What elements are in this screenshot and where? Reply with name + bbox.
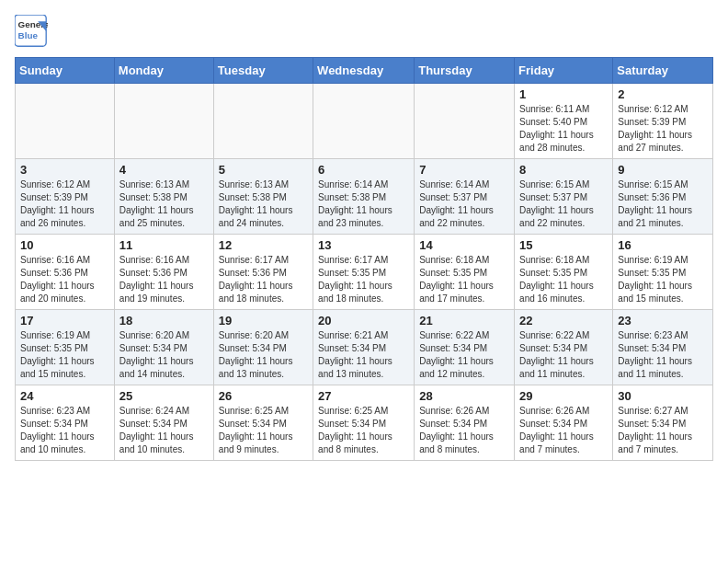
day-cell: 25Sunrise: 6:24 AM Sunset: 5:34 PM Dayli… <box>114 385 213 461</box>
calendar-header-row: SundayMondayTuesdayWednesdayThursdayFrid… <box>16 58 713 84</box>
day-cell: 15Sunrise: 6:18 AM Sunset: 5:35 PM Dayli… <box>515 235 613 310</box>
day-number: 12 <box>219 238 308 252</box>
day-cell: 18Sunrise: 6:20 AM Sunset: 5:34 PM Dayli… <box>114 310 213 385</box>
day-cell: 11Sunrise: 6:16 AM Sunset: 5:36 PM Dayli… <box>114 235 213 310</box>
day-info: Sunrise: 6:24 AM Sunset: 5:34 PM Dayligh… <box>119 405 209 456</box>
day-number: 29 <box>519 389 608 403</box>
header-tuesday: Tuesday <box>213 58 313 84</box>
day-info: Sunrise: 6:15 AM Sunset: 5:36 PM Dayligh… <box>618 178 708 230</box>
day-cell: 6Sunrise: 6:14 AM Sunset: 5:38 PM Daylig… <box>313 159 415 235</box>
day-number: 9 <box>618 163 708 177</box>
week-row-0: 1Sunrise: 6:11 AM Sunset: 5:40 PM Daylig… <box>16 84 713 159</box>
day-number: 20 <box>318 314 409 327</box>
header-sunday: Sunday <box>16 58 115 84</box>
day-info: Sunrise: 6:23 AM Sunset: 5:34 PM Dayligh… <box>20 405 109 456</box>
day-info: Sunrise: 6:20 AM Sunset: 5:34 PM Dayligh… <box>119 329 209 381</box>
header-friday: Friday <box>515 58 613 84</box>
calendar-table: SundayMondayTuesdayWednesdayThursdayFrid… <box>15 57 713 461</box>
day-info: Sunrise: 6:22 AM Sunset: 5:34 PM Dayligh… <box>419 329 509 381</box>
day-info: Sunrise: 6:14 AM Sunset: 5:37 PM Dayligh… <box>419 178 509 230</box>
svg-text:Blue: Blue <box>18 30 39 40</box>
day-cell: 14Sunrise: 6:18 AM Sunset: 5:35 PM Dayli… <box>415 235 515 310</box>
day-info: Sunrise: 6:20 AM Sunset: 5:34 PM Dayligh… <box>219 329 308 381</box>
day-cell: 13Sunrise: 6:17 AM Sunset: 5:35 PM Dayli… <box>313 235 415 310</box>
day-number: 8 <box>519 163 608 177</box>
day-info: Sunrise: 6:13 AM Sunset: 5:38 PM Dayligh… <box>219 178 308 230</box>
day-info: Sunrise: 6:16 AM Sunset: 5:36 PM Dayligh… <box>20 254 109 305</box>
day-number: 1 <box>519 87 608 101</box>
day-cell: 20Sunrise: 6:21 AM Sunset: 5:34 PM Dayli… <box>313 310 415 385</box>
day-info: Sunrise: 6:16 AM Sunset: 5:36 PM Dayligh… <box>119 254 209 305</box>
header: General Blue <box>15 15 713 48</box>
day-info: Sunrise: 6:21 AM Sunset: 5:34 PM Dayligh… <box>318 329 409 381</box>
week-row-2: 10Sunrise: 6:16 AM Sunset: 5:36 PM Dayli… <box>16 235 713 310</box>
day-cell <box>313 84 415 159</box>
day-info: Sunrise: 6:23 AM Sunset: 5:34 PM Dayligh… <box>618 329 708 381</box>
day-number: 19 <box>219 314 308 327</box>
day-number: 11 <box>119 238 209 252</box>
day-info: Sunrise: 6:12 AM Sunset: 5:39 PM Dayligh… <box>618 103 708 155</box>
day-cell: 28Sunrise: 6:26 AM Sunset: 5:34 PM Dayli… <box>415 385 515 461</box>
day-info: Sunrise: 6:17 AM Sunset: 5:36 PM Dayligh… <box>219 254 308 305</box>
day-number: 2 <box>618 87 708 101</box>
day-cell: 27Sunrise: 6:25 AM Sunset: 5:34 PM Dayli… <box>313 385 415 461</box>
day-number: 25 <box>119 389 209 403</box>
header-wednesday: Wednesday <box>313 58 415 84</box>
header-saturday: Saturday <box>613 58 713 84</box>
week-row-4: 24Sunrise: 6:23 AM Sunset: 5:34 PM Dayli… <box>16 385 713 461</box>
day-cell: 24Sunrise: 6:23 AM Sunset: 5:34 PM Dayli… <box>16 385 115 461</box>
day-number: 30 <box>618 389 708 403</box>
day-cell: 30Sunrise: 6:27 AM Sunset: 5:34 PM Dayli… <box>613 385 713 461</box>
day-cell: 23Sunrise: 6:23 AM Sunset: 5:34 PM Dayli… <box>613 310 713 385</box>
day-info: Sunrise: 6:26 AM Sunset: 5:34 PM Dayligh… <box>419 405 509 456</box>
day-cell: 22Sunrise: 6:22 AM Sunset: 5:34 PM Dayli… <box>515 310 613 385</box>
day-info: Sunrise: 6:25 AM Sunset: 5:34 PM Dayligh… <box>219 405 308 456</box>
day-cell: 17Sunrise: 6:19 AM Sunset: 5:35 PM Dayli… <box>16 310 115 385</box>
day-cell: 3Sunrise: 6:12 AM Sunset: 5:39 PM Daylig… <box>16 159 115 235</box>
day-number: 14 <box>419 238 509 252</box>
day-cell <box>213 84 313 159</box>
logo: General Blue <box>15 15 48 48</box>
day-cell: 5Sunrise: 6:13 AM Sunset: 5:38 PM Daylig… <box>213 159 313 235</box>
day-number: 13 <box>318 238 409 252</box>
day-info: Sunrise: 6:15 AM Sunset: 5:37 PM Dayligh… <box>519 178 608 230</box>
day-info: Sunrise: 6:26 AM Sunset: 5:34 PM Dayligh… <box>519 405 608 456</box>
header-monday: Monday <box>114 58 213 84</box>
day-info: Sunrise: 6:19 AM Sunset: 5:35 PM Dayligh… <box>618 254 708 305</box>
day-number: 28 <box>419 389 509 403</box>
day-number: 16 <box>618 238 708 252</box>
day-cell: 21Sunrise: 6:22 AM Sunset: 5:34 PM Dayli… <box>415 310 515 385</box>
day-cell: 10Sunrise: 6:16 AM Sunset: 5:36 PM Dayli… <box>16 235 115 310</box>
day-cell: 4Sunrise: 6:13 AM Sunset: 5:38 PM Daylig… <box>114 159 213 235</box>
day-number: 17 <box>20 314 109 327</box>
day-cell <box>114 84 213 159</box>
week-row-3: 17Sunrise: 6:19 AM Sunset: 5:35 PM Dayli… <box>16 310 713 385</box>
day-info: Sunrise: 6:27 AM Sunset: 5:34 PM Dayligh… <box>618 405 708 456</box>
day-number: 21 <box>419 314 509 327</box>
day-info: Sunrise: 6:14 AM Sunset: 5:38 PM Dayligh… <box>318 178 409 230</box>
logo-icon: General Blue <box>15 15 48 48</box>
header-thursday: Thursday <box>415 58 515 84</box>
day-number: 10 <box>20 238 109 252</box>
day-number: 24 <box>20 389 109 403</box>
day-number: 26 <box>219 389 308 403</box>
day-info: Sunrise: 6:13 AM Sunset: 5:38 PM Dayligh… <box>119 178 209 230</box>
day-number: 6 <box>318 163 409 177</box>
day-cell: 2Sunrise: 6:12 AM Sunset: 5:39 PM Daylig… <box>613 84 713 159</box>
day-cell: 16Sunrise: 6:19 AM Sunset: 5:35 PM Dayli… <box>613 235 713 310</box>
day-info: Sunrise: 6:19 AM Sunset: 5:35 PM Dayligh… <box>20 329 109 381</box>
day-number: 5 <box>219 163 308 177</box>
day-cell: 19Sunrise: 6:20 AM Sunset: 5:34 PM Dayli… <box>213 310 313 385</box>
day-cell: 9Sunrise: 6:15 AM Sunset: 5:36 PM Daylig… <box>613 159 713 235</box>
day-cell: 29Sunrise: 6:26 AM Sunset: 5:34 PM Dayli… <box>515 385 613 461</box>
day-cell: 7Sunrise: 6:14 AM Sunset: 5:37 PM Daylig… <box>415 159 515 235</box>
day-info: Sunrise: 6:18 AM Sunset: 5:35 PM Dayligh… <box>419 254 509 305</box>
day-number: 3 <box>20 163 109 177</box>
day-info: Sunrise: 6:17 AM Sunset: 5:35 PM Dayligh… <box>318 254 409 305</box>
day-number: 15 <box>519 238 608 252</box>
day-info: Sunrise: 6:12 AM Sunset: 5:39 PM Dayligh… <box>20 178 109 230</box>
week-row-1: 3Sunrise: 6:12 AM Sunset: 5:39 PM Daylig… <box>16 159 713 235</box>
day-info: Sunrise: 6:18 AM Sunset: 5:35 PM Dayligh… <box>519 254 608 305</box>
day-cell: 8Sunrise: 6:15 AM Sunset: 5:37 PM Daylig… <box>515 159 613 235</box>
day-number: 23 <box>618 314 708 327</box>
